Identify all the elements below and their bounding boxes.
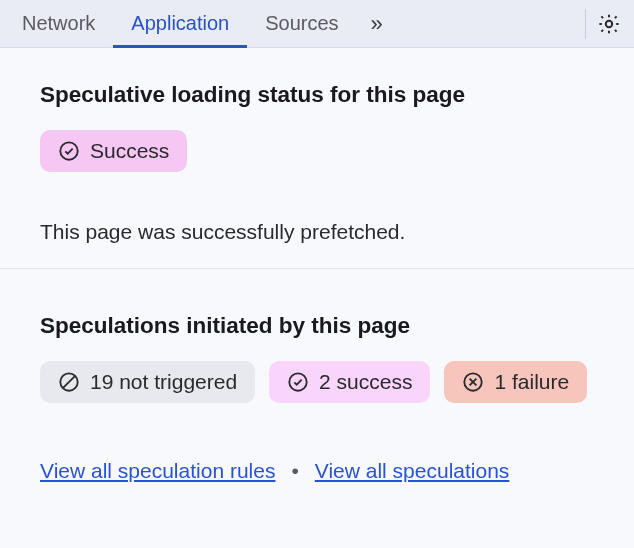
- svg-point-1: [60, 142, 77, 159]
- tab-sources[interactable]: Sources: [247, 0, 356, 48]
- check-circle-icon: [287, 371, 309, 393]
- check-circle-icon: [58, 140, 80, 162]
- tabs-overflow-button[interactable]: »: [357, 11, 395, 37]
- slash-circle-icon: [58, 371, 80, 393]
- status-description: This page was successfully prefetched.: [40, 220, 594, 244]
- links-row: View all speculation rules • View all sp…: [40, 459, 594, 483]
- devtools-toolbar: Network Application Sources »: [0, 0, 634, 48]
- chip-failure[interactable]: 1 failure: [444, 361, 587, 403]
- tab-network[interactable]: Network: [4, 0, 113, 48]
- x-circle-icon: [462, 371, 484, 393]
- chip-success[interactable]: 2 success: [269, 361, 430, 403]
- toolbar-divider: [585, 9, 586, 39]
- chip-not-triggered[interactable]: 19 not triggered: [40, 361, 255, 403]
- gear-icon: [597, 12, 621, 36]
- speculations-initiated-panel: Speculations initiated by this page 19 n…: [0, 268, 634, 507]
- chip-label: 19 not triggered: [90, 370, 237, 394]
- svg-point-0: [606, 20, 612, 26]
- speculative-loading-status-panel: Speculative loading status for this page…: [0, 48, 634, 268]
- status-badge-success: Success: [40, 130, 187, 172]
- settings-button[interactable]: [592, 7, 626, 41]
- panel-heading: Speculative loading status for this page: [40, 82, 594, 108]
- chip-label: 2 success: [319, 370, 412, 394]
- chip-label: 1 failure: [494, 370, 569, 394]
- link-view-all-speculations[interactable]: View all speculations: [315, 459, 510, 483]
- panel-heading: Speculations initiated by this page: [40, 313, 594, 339]
- svg-line-3: [63, 376, 75, 388]
- separator-dot: •: [291, 459, 298, 483]
- link-view-all-rules[interactable]: View all speculation rules: [40, 459, 275, 483]
- status-label: Success: [90, 139, 169, 163]
- svg-point-4: [289, 373, 306, 390]
- tab-application[interactable]: Application: [113, 0, 247, 48]
